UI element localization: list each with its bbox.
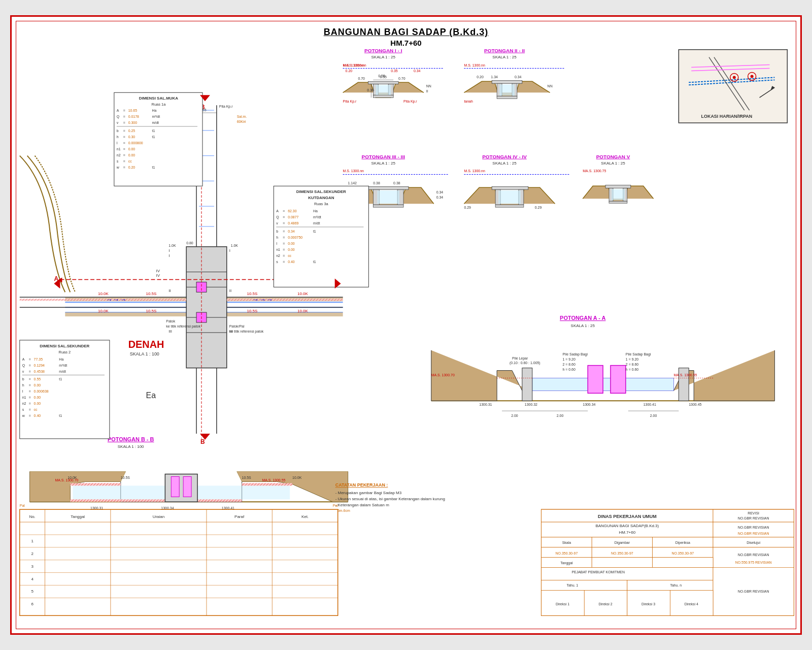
inner-border	[16, 21, 796, 629]
title-area: BANGUNAN BAGI SADAP (B.Kd.3) HM.7+60	[324, 27, 489, 47]
main-container: BANGUNAN BAGI SADAP (B.Kd.3) HM.7+60	[10, 15, 802, 635]
sub-title: HM.7+60	[324, 39, 489, 47]
main-title: BANGUNAN BAGI SADAP (B.Kd.3)	[324, 27, 489, 38]
